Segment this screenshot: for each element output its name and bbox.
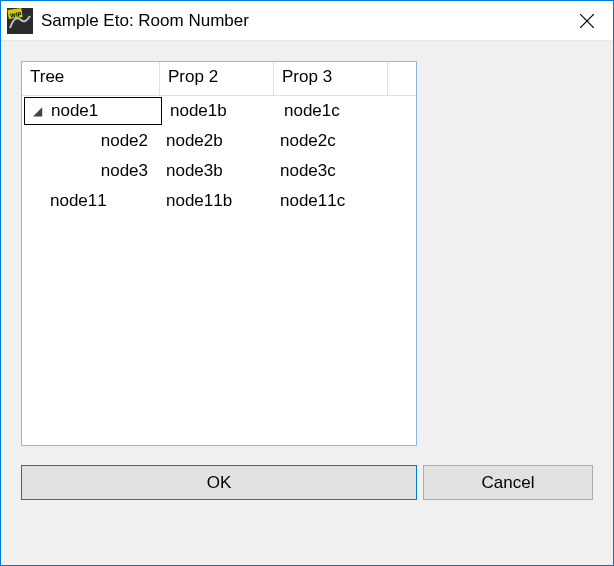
cell-prop3[interactable]: node1c <box>278 96 392 126</box>
header-spacer <box>388 62 416 96</box>
tree-grid[interactable]: Tree Prop 2 Prop 3 ◢ node1 node1b node1c <box>21 61 417 446</box>
tree-cell[interactable]: node3 <box>22 156 160 186</box>
tree-cell[interactable]: node11 <box>22 186 160 216</box>
table-row[interactable]: node3 node3b node3c <box>22 156 416 186</box>
cancel-button[interactable]: Cancel <box>423 465 593 500</box>
header-tree[interactable]: Tree <box>22 62 160 96</box>
close-icon <box>580 14 594 28</box>
close-button[interactable] <box>561 1 613 41</box>
tree-node-label: node2 <box>78 131 154 151</box>
titlebar: WIP Sample Eto: Room Number <box>1 1 613 41</box>
tree-node-label: node1 <box>51 101 98 121</box>
tree-cell[interactable]: node2 <box>22 126 160 156</box>
cell-prop3[interactable]: node3c <box>274 156 388 186</box>
dialog-window: WIP Sample Eto: Room Number Tree Prop 2 … <box>0 0 614 566</box>
ok-button[interactable]: OK <box>21 465 417 500</box>
dialog-content: Tree Prop 2 Prop 3 ◢ node1 node1b node1c <box>1 41 613 565</box>
table-row[interactable]: node11 node11b node11c <box>22 186 416 216</box>
window-title: Sample Eto: Room Number <box>41 11 561 31</box>
tree-node-label: node3 <box>78 161 154 181</box>
button-row: OK Cancel <box>21 465 593 500</box>
table-row[interactable]: node2 node2b node2c <box>22 126 416 156</box>
cell-prop2[interactable]: node11b <box>160 186 274 216</box>
cell-prop2[interactable]: node2b <box>160 126 274 156</box>
tree-node-label: node11 <box>50 191 107 211</box>
cell-prop2[interactable]: node3b <box>160 156 274 186</box>
collapse-icon[interactable]: ◢ <box>33 104 47 118</box>
header-prop3[interactable]: Prop 3 <box>274 62 388 96</box>
app-icon: WIP <box>7 8 33 34</box>
cell-prop3[interactable]: node2c <box>274 126 388 156</box>
table-row[interactable]: ◢ node1 node1b node1c <box>22 96 416 126</box>
cell-prop2[interactable]: node1b <box>164 96 278 126</box>
grid-body: ◢ node1 node1b node1c node2 node2b node2… <box>22 96 416 216</box>
cell-prop3[interactable]: node11c <box>274 186 388 216</box>
grid-header: Tree Prop 2 Prop 3 <box>22 62 416 96</box>
header-prop2[interactable]: Prop 2 <box>160 62 274 96</box>
tree-cell[interactable]: ◢ node1 <box>24 97 162 125</box>
